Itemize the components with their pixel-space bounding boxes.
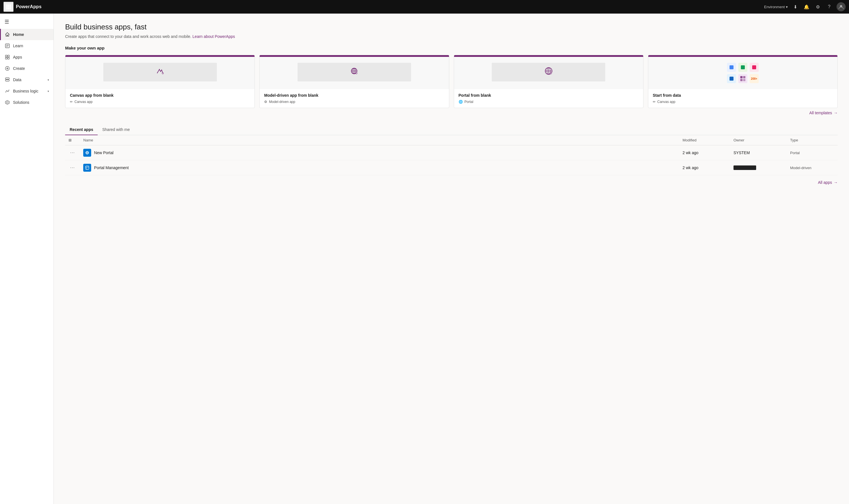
svg-rect-16 xyxy=(5,57,7,59)
svg-rect-5 xyxy=(10,6,11,7)
svg-rect-15 xyxy=(7,55,9,57)
sidebar-item-business-logic-label: Business logic xyxy=(13,89,38,93)
new-portal-modified: 2 wk ago xyxy=(679,145,730,160)
svg-rect-44 xyxy=(752,65,756,69)
table-row: ··· xyxy=(65,145,838,160)
chevron-down-icon: ▾ xyxy=(786,5,788,9)
svg-rect-45 xyxy=(729,77,733,80)
sidebar-toggle-button[interactable]: ☰ xyxy=(0,16,53,28)
svg-rect-0 xyxy=(6,4,7,6)
svg-rect-48 xyxy=(740,79,743,81)
model-blank-card[interactable]: Model-driven app from blank ⚙ Model-driv… xyxy=(259,55,449,108)
svg-rect-7 xyxy=(8,8,9,9)
svg-rect-42 xyxy=(729,65,733,69)
create-icon xyxy=(4,66,10,71)
svg-rect-4 xyxy=(8,6,9,7)
portal-management-name-cell: Portal Management xyxy=(80,160,679,175)
data-chevron-icon: ▾ xyxy=(48,78,49,82)
start-icon-1 xyxy=(727,63,736,72)
learn-powerapps-link[interactable]: Learn about PowerApps xyxy=(192,34,235,39)
model-blank-title: Model-driven app from blank xyxy=(264,93,444,97)
canvas-blank-type-label: Canvas app xyxy=(74,100,92,104)
sidebar-item-home-label: Home xyxy=(13,32,24,37)
svg-rect-21 xyxy=(5,78,9,79)
start-data-body: Start from data ✏ Canvas app xyxy=(648,89,837,108)
all-apps-section: All apps → xyxy=(65,180,838,185)
start-data-title: Start from data xyxy=(653,93,833,97)
portal-management-modified: 2 wk ago xyxy=(679,160,730,175)
canvas-blank-type: ✏ Canvas app xyxy=(70,100,250,104)
new-portal-name: New Portal xyxy=(94,150,113,155)
topbar-icons: ⬇ 🔔 ⚙ ? xyxy=(790,2,846,12)
waffle-menu-button[interactable] xyxy=(3,2,14,12)
shared-with-me-tab[interactable]: Shared with me xyxy=(98,124,134,135)
start-data-card-preview-bar xyxy=(648,55,837,57)
portal-management-more-button[interactable]: ··· xyxy=(69,165,76,171)
start-icon-6: 200+ xyxy=(750,74,759,83)
canvas-blank-preview xyxy=(65,55,255,89)
svg-rect-8 xyxy=(10,8,11,9)
svg-rect-2 xyxy=(10,4,11,6)
sidebar-item-home[interactable]: Home xyxy=(0,29,53,40)
recent-apps-tab[interactable]: Recent apps xyxy=(65,124,98,135)
start-data-card[interactable]: 200+ Start from data ✏ Canvas app xyxy=(648,55,838,108)
help-button[interactable]: ? xyxy=(824,2,834,12)
model-card-preview-bar xyxy=(260,55,449,57)
canvas-blank-type-icon: ✏ xyxy=(70,100,73,104)
new-portal-owner: SYSTEM xyxy=(730,145,787,160)
download-button[interactable]: ⬇ xyxy=(790,2,800,12)
user-avatar-button[interactable] xyxy=(836,2,846,11)
main-content: Build business apps, fast Create apps th… xyxy=(54,14,849,504)
new-portal-more-button[interactable]: ··· xyxy=(69,150,76,156)
new-portal-thumb xyxy=(83,149,91,157)
portal-blank-preview xyxy=(454,55,643,89)
topbar: PowerApps Environment ▾ ⬇ 🔔 ⚙ ? xyxy=(0,0,849,14)
environment-label: Environment xyxy=(764,5,785,9)
portal-management-thumb xyxy=(83,164,91,172)
portal-management-owner xyxy=(730,160,787,175)
portal-blank-type-icon: 🌐 xyxy=(458,100,463,104)
all-apps-link[interactable]: All apps → xyxy=(818,180,838,185)
data-icon xyxy=(4,77,10,83)
start-data-type-label: Canvas app xyxy=(657,100,675,104)
settings-button[interactable]: ⚙ xyxy=(813,2,823,12)
sidebar-item-data[interactable]: Data ▾ xyxy=(0,74,53,85)
environment-selector[interactable]: Environment ▾ xyxy=(762,4,790,10)
page-subtitle: Create apps that connect to your data an… xyxy=(65,34,838,39)
app-row-more-1: ··· xyxy=(65,145,80,160)
model-blank-type: ⚙ Model-driven app xyxy=(264,100,444,104)
portal-blank-card[interactable]: Portal from blank 🌐 Portal xyxy=(454,55,643,108)
business-logic-icon xyxy=(4,88,10,94)
start-icon-center xyxy=(738,74,747,83)
portal-management-owner-redacted xyxy=(733,165,756,170)
svg-rect-17 xyxy=(7,57,9,59)
model-blank-type-icon: ⚙ xyxy=(264,100,267,104)
table-header-icon: ⊞ xyxy=(65,135,80,145)
solutions-icon xyxy=(4,100,10,105)
sidebar-item-apps[interactable]: Apps xyxy=(0,52,53,63)
canvas-blank-body: Canvas app from blank ✏ Canvas app xyxy=(65,89,255,108)
notifications-button[interactable]: 🔔 xyxy=(801,2,812,12)
canvas-blank-icon xyxy=(154,65,166,79)
sidebar-item-create[interactable]: Create xyxy=(0,63,53,74)
app-title: PowerApps xyxy=(16,4,41,9)
canvas-blank-card[interactable]: Canvas app from blank ✏ Canvas app xyxy=(65,55,255,108)
all-templates-link[interactable]: All templates → xyxy=(809,111,838,115)
layout: ☰ Home Learn xyxy=(0,14,849,504)
start-data-type-icon: ✏ xyxy=(653,100,656,104)
app-row-more-2: ··· xyxy=(65,160,80,175)
sidebar-item-learn[interactable]: Learn xyxy=(0,40,53,52)
start-icon-3 xyxy=(750,63,759,72)
portal-blank-type-label: Portal xyxy=(465,100,473,104)
hamburger-icon: ☰ xyxy=(4,19,9,25)
svg-rect-49 xyxy=(743,79,745,81)
apps-icon xyxy=(4,54,10,60)
svg-rect-46 xyxy=(740,76,743,78)
model-blank-preview xyxy=(260,55,449,89)
table-header-modified: Modified xyxy=(679,135,730,145)
sidebar-item-solutions[interactable]: Solutions xyxy=(0,97,53,108)
business-logic-chevron-icon: ▾ xyxy=(48,90,49,93)
sidebar-item-apps-label: Apps xyxy=(13,55,22,59)
start-data-preview: 200+ xyxy=(648,55,837,89)
sidebar-item-business-logic[interactable]: Business logic ▾ xyxy=(0,85,53,97)
